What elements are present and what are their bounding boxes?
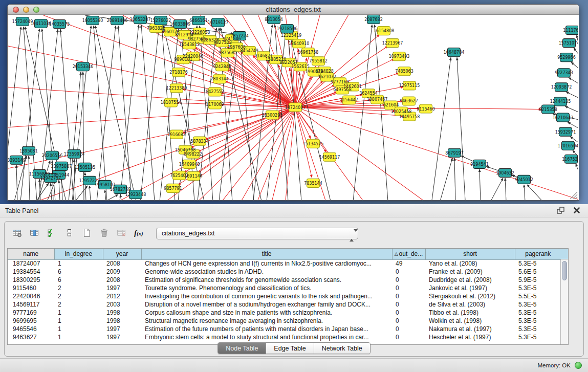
column-header-in_degree[interactable]: in_degree	[54, 249, 103, 259]
tab-edge-table[interactable]: Edge Table	[266, 343, 313, 354]
select-all-rows-icon[interactable]	[45, 227, 59, 239]
svg-text:12213967: 12213967	[382, 41, 403, 46]
svg-text:1462601: 1462601	[343, 84, 362, 89]
column-header-year[interactable]: year	[103, 249, 141, 259]
svg-text:16055380: 16055380	[82, 18, 103, 23]
svg-text:14495758: 14495758	[399, 115, 420, 119]
table-row[interactable]: 946554611997Estimation of the future num…	[8, 325, 561, 333]
svg-text:9875685: 9875685	[219, 51, 237, 55]
status-bar: Memory: OK	[0, 358, 588, 372]
svg-text:16782759: 16782759	[110, 187, 131, 192]
svg-text:15724049: 15724049	[12, 19, 33, 24]
table-panel-title: Table Panel	[0, 204, 588, 217]
svg-text:16648784: 16648784	[444, 50, 465, 55]
close-window-button[interactable]	[13, 7, 19, 13]
svg-text:10807467: 10807467	[367, 97, 388, 102]
table-row[interactable]: 977716911998Corpus callosum shape and si…	[8, 309, 561, 317]
column-header-pagerank[interactable]: pagerank	[515, 249, 561, 259]
svg-text:9857791: 9857791	[164, 186, 182, 191]
svg-text:1395081: 1395081	[19, 149, 38, 154]
svg-text:9529966: 9529966	[557, 55, 576, 60]
svg-text:18300295: 18300295	[262, 113, 283, 118]
table-row[interactable]: 911546021997Tourette syndrome. Phenomeno…	[8, 284, 561, 292]
table-row[interactable]: 1456911722003Disruption of a novel membe…	[8, 300, 561, 309]
function-builder-icon[interactable]: f(x)	[132, 227, 146, 239]
sort-ascending-icon: △	[395, 251, 398, 256]
svg-text:18640910: 18640910	[289, 41, 310, 46]
svg-text:14569117: 14569117	[319, 155, 340, 160]
svg-text:1167533: 1167533	[562, 157, 578, 162]
column-header-title[interactable]: title	[141, 249, 392, 259]
float-panel-icon[interactable]	[556, 207, 565, 215]
svg-text:16961758: 16961758	[298, 50, 319, 55]
zoom-window-button[interactable]	[33, 7, 39, 13]
network-window-titlebar[interactable]: citations_edges.txt	[8, 5, 579, 15]
svg-text:10411036: 10411036	[31, 21, 52, 26]
svg-text:7857224: 7857224	[230, 34, 249, 38]
svg-text:20153346: 20153346	[73, 64, 94, 69]
svg-text:8498222: 8498222	[184, 152, 202, 157]
svg-text:2156447: 2156447	[340, 98, 358, 102]
table-tabbar: Node TableEdge TableNetwork Table	[5, 342, 583, 354]
network-table-select-value: citations_edges.txt	[162, 230, 215, 237]
header-corner	[560, 249, 568, 259]
table-tabs-segmented-control: Node TableEdge TableNetwork Table	[217, 342, 370, 354]
delete-table-icon[interactable]	[97, 227, 111, 239]
svg-text:5878334: 5878334	[190, 139, 209, 144]
svg-text:15751074: 15751074	[559, 41, 578, 46]
svg-text:14035575: 14035575	[49, 22, 70, 27]
svg-text:12923448: 12923448	[125, 192, 146, 197]
svg-text:2087682: 2087682	[364, 17, 383, 22]
svg-text:10025458: 10025458	[391, 110, 412, 114]
table-row[interactable]: 1872400712008Changes of HCN gene express…	[8, 259, 561, 268]
svg-text:1621072: 1621072	[318, 75, 336, 79]
table-row[interactable]: 969969511998Structural magnetic resonanc…	[8, 317, 561, 325]
svg-text:12505135: 12505135	[75, 165, 96, 170]
svg-text:9227343: 9227343	[555, 71, 573, 75]
svg-text:15134575: 15134575	[303, 142, 324, 146]
tab-node-table[interactable]: Node Table	[218, 343, 266, 354]
svg-text:2803144: 2803144	[210, 77, 229, 81]
table-row[interactable]: 1938455462009Genome-wide association stu…	[8, 268, 561, 276]
svg-text:17359924: 17359924	[64, 152, 85, 157]
svg-text:8679197: 8679197	[445, 151, 464, 156]
svg-text:18724007: 18724007	[285, 105, 306, 110]
svg-text:9194541: 9194541	[470, 162, 489, 167]
new-table-icon[interactable]	[79, 227, 94, 239]
network-canvas[interactable]: 1872400718300295796382289601288912954232…	[8, 15, 578, 200]
svg-text:8215358: 8215358	[539, 107, 557, 112]
svg-text:8454749: 8454749	[240, 49, 258, 53]
close-panel-icon[interactable]	[572, 207, 581, 215]
svg-text:15276022: 15276022	[150, 18, 171, 23]
svg-text:7485063: 7485063	[395, 69, 413, 74]
table-row[interactable]: 1830029562008Estimation of significance …	[8, 276, 561, 284]
table-panel: Table Panel f(x) citations_edges.txt	[0, 204, 588, 358]
svg-text:16409948: 16409948	[179, 162, 200, 167]
column-header-out_de[interactable]: △out_de...	[392, 249, 425, 259]
table-vertical-scrollbar[interactable]	[560, 259, 568, 344]
svg-text:8427552: 8427552	[206, 90, 224, 94]
svg-text:9242848: 9242848	[213, 64, 231, 69]
minimize-window-button[interactable]	[23, 7, 29, 13]
svg-text:19218506: 19218506	[277, 27, 298, 31]
svg-text:23975887: 23975887	[51, 164, 72, 169]
network-table-select[interactable]: citations_edges.txt	[156, 228, 358, 239]
svg-text:1904632: 1904632	[496, 171, 514, 176]
column-header-name[interactable]: name	[8, 249, 54, 259]
svg-text:9463627: 9463627	[400, 99, 418, 103]
svg-text:10653287: 10653287	[130, 17, 151, 22]
table-row[interactable]: 2242004622012Investigating the contribut…	[8, 292, 561, 300]
remove-table-icon	[114, 227, 128, 239]
table-row[interactable]: 946362711997Embryonic stem cells: a mode…	[8, 333, 561, 341]
column-header-short[interactable]: short	[425, 249, 515, 259]
select-columns-icon[interactable]	[27, 227, 41, 239]
svg-text:621604: 621604	[383, 103, 399, 107]
scrollbar-thumb[interactable]	[562, 261, 567, 280]
svg-text:12942757: 12942757	[40, 176, 61, 181]
svg-text:17016504: 17016504	[558, 144, 578, 148]
row-height-icon[interactable]	[62, 227, 76, 239]
table-body: 1872400712008Changes of HCN gene express…	[8, 259, 561, 341]
svg-text:6466161: 6466161	[189, 18, 208, 23]
tab-network-table[interactable]: Network Table	[314, 343, 370, 354]
table-settings-icon[interactable]	[10, 227, 24, 239]
